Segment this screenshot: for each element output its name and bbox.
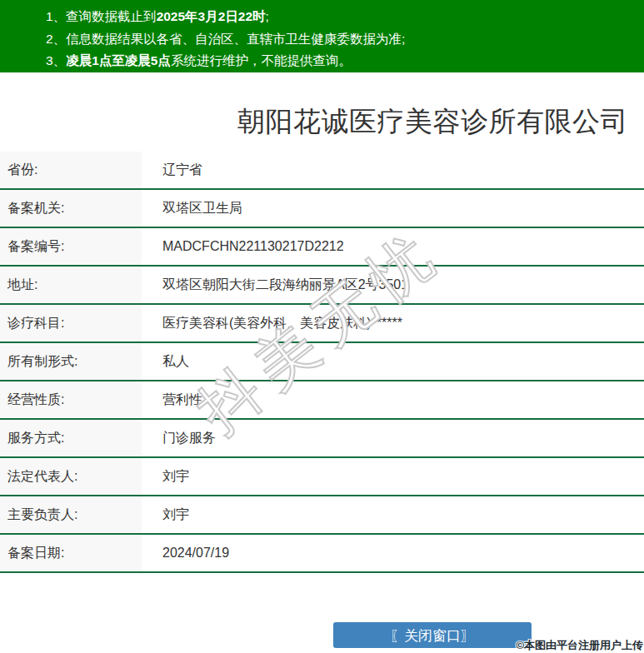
notice-line-1: 1、查询数据截止到2025年3月2日22时; xyxy=(46,6,644,28)
notice-banner: 1、查询数据截止到2025年3月2日22时; 2、信息数据结果以各省、自治区、直… xyxy=(0,0,644,72)
row-value: 双塔区朝阳大街二段海纳丽景A区2号3501 xyxy=(142,267,644,303)
close-window-button[interactable]: 〖关闭窗口〗 xyxy=(333,622,532,648)
table-row-service-mode: 服务方式: 门诊服务 xyxy=(0,420,644,458)
row-value: 医疗美容科(美容外科、美容皮肤科)****** xyxy=(142,305,644,341)
row-label: 经营性质: xyxy=(0,381,142,418)
notice-line-2-pre: 2、信息数据结果以各省、自治区、直辖市卫生健康委数据为准; xyxy=(46,32,405,46)
row-value: 私人 xyxy=(142,343,644,380)
info-table: 省份: 辽宁省 备案机关: 双塔区卫生局 备案编号: MADCFCHN22113… xyxy=(0,152,644,573)
row-label: 服务方式: xyxy=(0,420,142,456)
table-row-main-person-in-charge: 主要负责人: 刘宇 xyxy=(0,496,644,535)
table-row-address: 地址: 双塔区朝阳大街二段海纳丽景A区2号3501 xyxy=(0,267,644,305)
notice-line-1-pre: 1、查询数据截止到 xyxy=(46,9,157,23)
page-title: 朝阳花诚医疗美容诊所有限公司 xyxy=(237,103,628,141)
row-value: 刘宇 xyxy=(142,496,644,533)
row-value: 2024/07/19 xyxy=(142,535,644,571)
row-label: 法定代表人: xyxy=(0,458,142,495)
row-value: 双塔区卫生局 xyxy=(142,190,644,227)
table-row-business-nature: 经营性质: 营利性 xyxy=(0,381,644,420)
row-value: 营利性 xyxy=(142,381,644,418)
notice-line-3: 3、凌晨1点至凌晨5点系统进行维护，不能提供查询。 xyxy=(46,50,644,72)
table-row-legal-representative: 法定代表人: 刘宇 xyxy=(0,458,644,496)
row-label: 备案机关: xyxy=(0,190,142,227)
table-row-filing-date: 备案日期: 2024/07/19 xyxy=(0,535,644,573)
row-label: 地址: xyxy=(0,267,142,303)
row-value: 辽宁省 xyxy=(142,152,644,188)
notice-line-3-bold: 凌晨1点至凌晨5点 xyxy=(66,53,171,67)
row-label: 所有制形式: xyxy=(0,343,142,380)
upload-credit-watermark: ©本图由平台注册用户上传 xyxy=(516,638,643,653)
table-row-filing-authority: 备案机关: 双塔区卫生局 xyxy=(0,190,644,228)
notice-line-1-post: ; xyxy=(266,9,269,23)
table-row-treatment-subjects: 诊疗科目: 医疗美容科(美容外科、美容皮肤科)****** xyxy=(0,305,644,343)
row-label: 诊疗科目: xyxy=(0,305,142,341)
notice-line-3-post: 系统进行维护，不能提供查询。 xyxy=(171,53,352,67)
table-row-province: 省份: 辽宁省 xyxy=(0,152,644,190)
notice-line-2: 2、信息数据结果以各省、自治区、直辖市卫生健康委数据为准; xyxy=(46,28,644,51)
row-value: MADCFCHN221130217D2212 xyxy=(142,228,644,265)
table-row-ownership-form: 所有制形式: 私人 xyxy=(0,343,644,381)
row-label: 备案编号: xyxy=(0,228,142,265)
row-value: 刘宇 xyxy=(142,458,644,495)
row-value: 门诊服务 xyxy=(142,420,644,456)
row-label: 主要负责人: xyxy=(0,496,142,533)
row-label: 省份: xyxy=(0,152,142,188)
row-label: 备案日期: xyxy=(0,535,142,571)
notice-line-3-pre: 3、 xyxy=(46,53,66,67)
table-row-filing-number: 备案编号: MADCFCHN221130217D2212 xyxy=(0,228,644,267)
notice-line-1-bold: 2025年3月2日22时 xyxy=(157,9,266,23)
